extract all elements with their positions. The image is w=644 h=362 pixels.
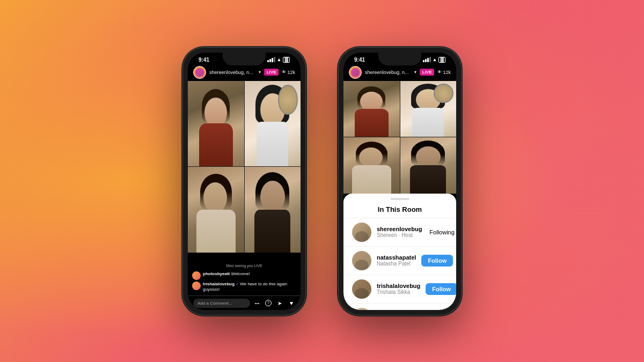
video-cell-2 <box>245 81 301 167</box>
chat-text-2: trishalalovebug ✓ We have to do this aga… <box>203 282 296 293</box>
time-left: 9:41 <box>199 57 209 63</box>
live-badge-right: LIVE <box>420 69 435 76</box>
signal-icon <box>267 57 275 62</box>
room-info-2: trishalalovebug Trishala Sikka <box>377 283 420 295</box>
room-item-1: natasshapatel Natasha Patel Follow <box>343 247 456 275</box>
bottom-sheet: In This Room shereenlovebug Shereen · Ho… <box>343 194 456 310</box>
dropdown-icon-left[interactable]: ▾ <box>259 70 261 75</box>
chat-avatar-2 <box>192 282 201 290</box>
video-cell-right-4 <box>400 137 457 194</box>
live-badge-left: LIVE <box>264 69 279 76</box>
dropdown-icon-right[interactable]: ▾ <box>414 70 416 75</box>
question-icon[interactable]: ? <box>265 300 272 306</box>
signal-icon-right <box>423 57 431 62</box>
room-avatar-1 <box>352 251 371 270</box>
room-realname-1: Natasha Patel <box>377 261 416 267</box>
host-avatar-right <box>349 66 362 79</box>
more-icon[interactable]: ••• <box>253 299 261 307</box>
live-header-right: shereenlovebug, n... ▾ LIVE 👁 12k <box>343 64 456 81</box>
room-username-0: shereenlovebug <box>377 226 422 232</box>
room-list: shereenlovebug Shereen · Host Following … <box>343 218 456 310</box>
room-avatar-0 <box>352 223 371 242</box>
chat-area-left: Miss seeing you LIVE photosbyeatt Welcom… <box>188 253 301 295</box>
miss-text: Miss seeing you LIVE <box>192 264 296 268</box>
chat-avatar-1 <box>192 271 201 280</box>
room-avatar-2 <box>352 279 371 299</box>
right-phone-screen: 9:41 ▲ ▓ shereenlovebug, n... ▾ L <box>343 53 456 310</box>
left-phone-screen: 9:41 ▲ ▓ shereenlovebug, n... ▾ L <box>188 53 301 310</box>
room-realname-2: Trishala Sikka <box>377 289 420 295</box>
time-right: 9:41 <box>354 57 365 63</box>
eye-icon: 👁 <box>282 70 286 75</box>
host-username-right: shereenlovebug, n... <box>365 70 411 75</box>
room-item-3: artinayar ARTI NAYAR Follow <box>343 304 456 310</box>
viewer-count-left: 👁 12k <box>282 70 295 75</box>
bottom-icons: ••• ? ➤ ♥ <box>253 299 295 307</box>
video-cell-right-1 <box>343 81 400 137</box>
chat-username-2: trishalalovebug <box>203 282 235 286</box>
room-avatar-3 <box>352 308 371 310</box>
video-cell-4 <box>245 167 301 253</box>
room-info-0: shereenlovebug Shereen · Host <box>377 226 422 238</box>
video-cell-3 <box>188 167 244 253</box>
video-cell-right-3 <box>343 137 400 194</box>
chat-message-2: trishalalovebug ✓ We have to do this aga… <box>192 282 296 293</box>
left-phone-frame: 9:41 ▲ ▓ shereenlovebug, n... ▾ L <box>182 47 306 315</box>
room-username-1: natasshapatel <box>377 254 416 261</box>
room-item-0: shereenlovebug Shereen · Host Following <box>343 218 456 247</box>
chat-text-1: photosbyeatt Welcome! <box>203 271 250 277</box>
notch-right <box>378 53 421 65</box>
video-grid-left <box>188 81 301 253</box>
eye-icon-right: 👁 <box>437 70 442 75</box>
room-username-2: trishalalovebug <box>377 283 420 289</box>
comment-input[interactable]: Add a Comment... <box>193 299 250 308</box>
video-cell-1 <box>188 81 244 167</box>
live-header-left: shereenlovebug, n... ▾ LIVE 👁 12k <box>188 64 301 81</box>
host-username-left: shereenlovebug, n... <box>209 70 255 75</box>
wifi-icon-right: ▲ <box>433 57 437 62</box>
left-phone-container: 9:41 ▲ ▓ shereenlovebug, n... ▾ L <box>182 47 306 315</box>
wifi-icon: ▲ <box>277 57 282 62</box>
video-cell-right-2 <box>400 81 457 137</box>
status-icons-left: ▲ ▓ <box>267 57 290 63</box>
bottom-bar-left: Add a Comment... ••• ? ➤ ♥ <box>188 295 301 310</box>
room-title: In This Room <box>343 203 456 218</box>
notch <box>223 53 266 65</box>
room-realname-0: Shereen · Host <box>377 232 422 238</box>
battery-icon-right: ▓ <box>438 57 445 63</box>
right-phone-container: 9:41 ▲ ▓ shereenlovebug, n... ▾ L <box>338 47 462 315</box>
status-icons-right: ▲ ▓ <box>423 57 445 63</box>
follow-button-2[interactable]: Follow <box>426 283 456 295</box>
room-item-2: trishalalovebug Trishala Sikka Follow <box>343 275 456 304</box>
right-phone-frame: 9:41 ▲ ▓ shereenlovebug, n... ▾ L <box>338 47 462 315</box>
video-grid-right <box>343 81 456 194</box>
host-avatar-left <box>193 66 206 79</box>
send-icon[interactable]: ➤ <box>276 299 283 307</box>
following-button-0[interactable]: Following <box>427 226 456 238</box>
viewer-count-right: 👁 12k <box>437 70 451 75</box>
chat-message-1: photosbyeatt Welcome! <box>192 271 296 280</box>
battery-icon: ▓ <box>283 57 290 63</box>
follow-button-1[interactable]: Follow <box>421 255 453 267</box>
room-info-1: natasshapatel Natasha Patel <box>377 254 416 267</box>
chat-username-1: photosbyeatt <box>203 271 230 276</box>
sheet-handle <box>390 198 409 200</box>
heart-icon[interactable]: ♥ <box>288 299 295 307</box>
